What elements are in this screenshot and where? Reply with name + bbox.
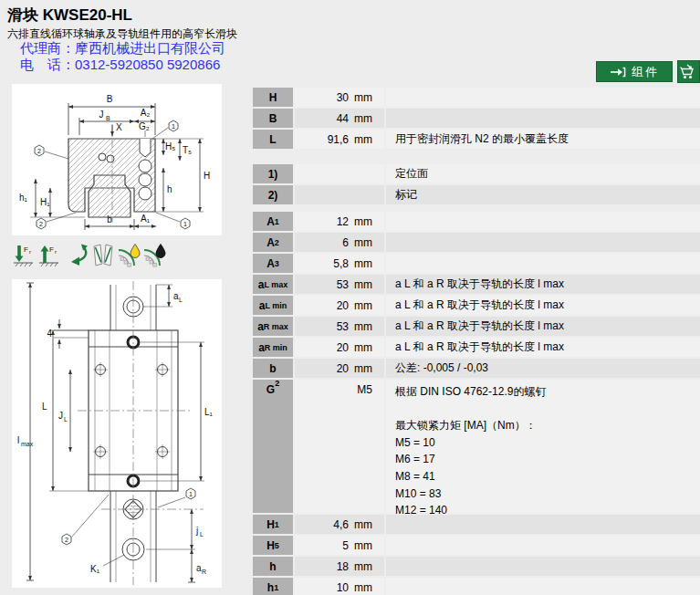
svg-text:r: r bbox=[55, 249, 57, 255]
row-description bbox=[386, 109, 700, 128]
dim-label-L: L bbox=[42, 402, 47, 412]
dim-label-lmax-sub: max bbox=[21, 441, 34, 447]
row-description bbox=[386, 515, 700, 534]
row-value: 20 mm bbox=[295, 359, 384, 378]
row-label: 2) bbox=[253, 185, 293, 204]
dim-label-h: h bbox=[167, 184, 172, 194]
row-description: 标记 bbox=[386, 185, 700, 204]
row-description: 定位面 bbox=[386, 164, 700, 183]
product-drawing-top-view: l max L J L a L 4 L₁ j L a R K₁ 2 1 bbox=[12, 279, 222, 588]
dim-label-aL-sub: L bbox=[179, 297, 183, 303]
table-row: aL max53 mma L 和 a R 取决于导轨的长度 l max bbox=[253, 275, 700, 294]
phone-line: 电 话：0312-5920850 5920866 bbox=[20, 57, 220, 74]
row-label: h bbox=[253, 557, 293, 576]
table-row: aL min20 mma L 和 a R 取决于导轨的长度 l max bbox=[253, 296, 700, 315]
radial-load-up-icon: F r bbox=[38, 242, 63, 271]
row-label: aR max bbox=[253, 317, 293, 336]
callout-2: 2 bbox=[37, 148, 41, 154]
row-value bbox=[295, 185, 384, 204]
table-row: L91,6 mm用于密封润滑孔 N2 的最小覆盖长度 bbox=[253, 130, 700, 149]
dim-label-jL: j bbox=[195, 526, 198, 536]
row-value: 5,8 mm bbox=[295, 254, 384, 273]
product-drawing-cross-section: B J B A₂ X G₂ H₅ T₅ H h h₁ H₁ b A₁ 1 2 2… bbox=[12, 84, 222, 235]
seals-icon bbox=[91, 242, 116, 271]
row-value: 20 mm bbox=[295, 338, 384, 357]
dim-label-JB-sub: B bbox=[106, 115, 110, 121]
row-label: G2 bbox=[253, 380, 293, 513]
dim-label-T5: T₅ bbox=[183, 145, 192, 155]
moment-load-icon bbox=[64, 242, 90, 271]
dim-label-K1: K₁ bbox=[90, 564, 100, 574]
callout-1: 1 bbox=[183, 221, 187, 227]
dealer-line: 代理商：摩西机械进出口有限公司 bbox=[20, 40, 225, 57]
radial-load-down-icon: F r bbox=[13, 242, 37, 271]
table-row: h110 mm bbox=[253, 578, 700, 595]
callout-2: 2 bbox=[39, 221, 43, 227]
row-value: 30 mm bbox=[295, 88, 384, 107]
row-value: 10 mm bbox=[295, 578, 384, 595]
dim-label-4: 4 bbox=[47, 329, 52, 339]
row-description bbox=[386, 233, 700, 252]
row-label: L bbox=[253, 130, 293, 149]
row-value: 4,6 mm bbox=[295, 515, 384, 534]
row-value: 53 mm bbox=[295, 317, 384, 336]
row-description bbox=[386, 254, 700, 273]
component-button[interactable]: 组件 bbox=[596, 61, 673, 82]
arrow-into-bracket-icon bbox=[610, 67, 626, 78]
table-row: aR min20 mma L 和 a R 取决于导轨的长度 l max bbox=[253, 338, 700, 357]
row-description: a L 和 a R 取决于导轨的长度 l max bbox=[386, 317, 700, 336]
row-label: B bbox=[253, 109, 293, 128]
row-value: 6 mm bbox=[295, 233, 384, 252]
dim-label-H5: H₅ bbox=[165, 141, 175, 151]
table-row: H30 mm bbox=[253, 88, 700, 107]
row-description bbox=[386, 212, 700, 231]
row-value: 20 mm bbox=[295, 296, 384, 315]
row-description bbox=[386, 88, 700, 107]
property-icon-strip: F r F r bbox=[13, 242, 167, 271]
row-description: a L 和 a R 取决于导轨的长度 l max bbox=[386, 296, 700, 315]
dim-label-JL-sub: L bbox=[64, 416, 68, 423]
row-label: aR min bbox=[253, 338, 293, 357]
row-label: b bbox=[253, 359, 293, 378]
oil-lubrication-icon bbox=[142, 242, 167, 271]
row-value bbox=[295, 164, 384, 183]
svg-text:r: r bbox=[29, 249, 31, 255]
row-description: a L 和 a R 取决于导轨的长度 l max bbox=[386, 338, 700, 357]
row-label: A3 bbox=[253, 254, 293, 273]
row-label: h1 bbox=[253, 578, 293, 595]
row-value: 18 mm bbox=[295, 557, 384, 576]
callout-1: 1 bbox=[189, 491, 193, 497]
dim-label-X: X bbox=[116, 122, 122, 132]
table-row: G2M5根据 DIN ISO 4762-12.9的螺钉 最大锁紧力矩 [MA]（… bbox=[253, 380, 700, 513]
table-row: h18 mm bbox=[253, 557, 700, 576]
row-label: H5 bbox=[253, 536, 293, 555]
dim-label-JB: J bbox=[99, 110, 104, 120]
dim-label-A1: A₁ bbox=[141, 214, 151, 224]
table-row: A35,8 mm bbox=[253, 254, 700, 273]
dim-label-lmax: l bbox=[17, 435, 19, 445]
row-label: aL min bbox=[253, 296, 293, 315]
row-description: 用于密封润滑孔 N2 的最小覆盖长度 bbox=[386, 130, 700, 149]
component-button-label: 组件 bbox=[632, 64, 659, 80]
dim-label-L1: L₁ bbox=[204, 407, 214, 417]
row-description: a L 和 a R 取决于导轨的长度 l max bbox=[386, 275, 700, 294]
table-row: 2)标记 bbox=[253, 185, 700, 204]
dim-label-jL-sub: L bbox=[200, 531, 204, 538]
dim-label-aR-sub: R bbox=[202, 569, 206, 575]
row-value: M5 bbox=[295, 380, 384, 513]
row-value: 53 mm bbox=[295, 275, 384, 294]
grease-lubrication-icon bbox=[117, 242, 141, 271]
catalog-page: { "header": { "title": "滑块 KWSE20-HL", "… bbox=[0, 0, 700, 595]
table-row: H14,6 mm bbox=[253, 515, 700, 534]
row-description bbox=[386, 578, 700, 595]
row-value: 5 mm bbox=[295, 536, 384, 555]
row-description: 根据 DIN ISO 4762-12.9的螺钉 最大锁紧力矩 [MA]（Nm）：… bbox=[386, 380, 700, 513]
callout-1: 1 bbox=[172, 123, 175, 130]
row-value: 44 mm bbox=[295, 109, 384, 128]
table-row: b20 mm公差: -0,005 / -0,03 bbox=[253, 359, 700, 378]
page-title: 滑块 KWSE20-HL bbox=[7, 5, 132, 26]
table-row: 1)定位面 bbox=[253, 164, 700, 183]
row-label: A2 bbox=[253, 233, 293, 252]
callout-2: 2 bbox=[65, 537, 68, 543]
add-to-cart-button[interactable] bbox=[677, 60, 700, 83]
